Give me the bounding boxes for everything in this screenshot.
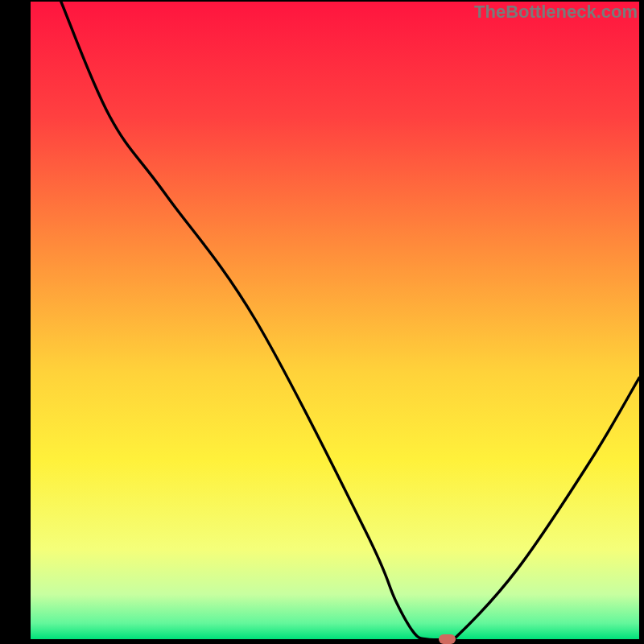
optimum-marker <box>439 634 456 644</box>
plot-area <box>31 2 639 639</box>
chart-frame: TheBottleneck.com <box>0 0 644 644</box>
bottleneck-curve <box>31 2 639 639</box>
watermark-text: TheBottleneck.com <box>474 2 638 23</box>
